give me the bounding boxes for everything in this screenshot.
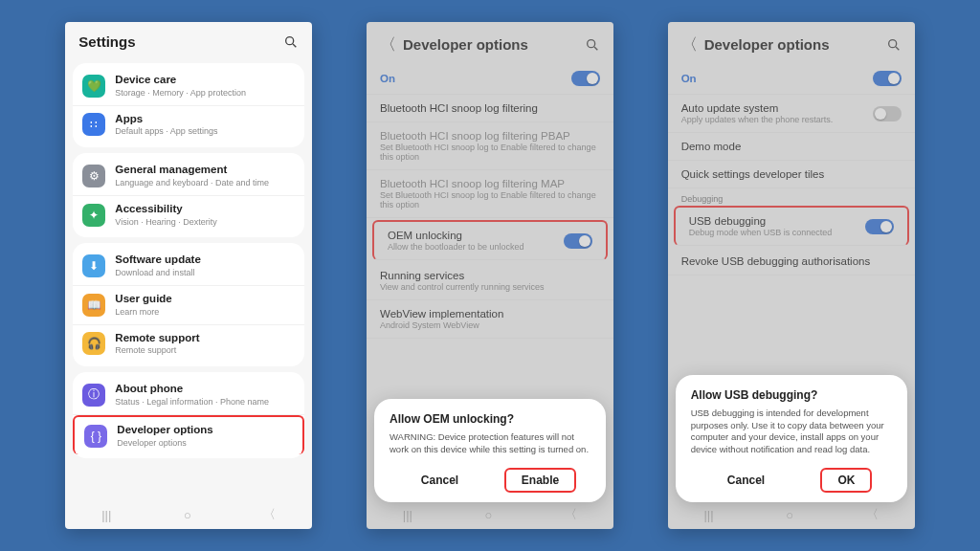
home-icon[interactable]: ○ [485, 508, 493, 522]
recents-icon[interactable]: ||| [703, 508, 713, 522]
developer-options-screen-usb: 〈 Developer options On Auto update syste… [668, 22, 915, 529]
row-title: WebView implementation [380, 308, 600, 320]
enable-button[interactable]: Enable [504, 468, 576, 493]
option-row-revoke-usb-debugging-authorisations[interactable]: Revoke USB debugging authorisations [668, 248, 915, 276]
settings-row-accessibility[interactable]: ✦AccessibilityVision · Hearing · Dexteri… [73, 196, 304, 234]
row-subtitle: Learn more [115, 307, 295, 318]
row-title: General management [115, 164, 295, 177]
back-icon[interactable]: 〈 [681, 33, 695, 55]
dialog-body: USB debugging is intended for developmen… [691, 408, 892, 456]
settings-row-apps[interactable]: ∷AppsDefault apps · App settings [73, 106, 304, 144]
row-title: Revoke USB debugging authorisations [681, 255, 902, 267]
row-icon: ⓘ [82, 384, 105, 407]
toggle[interactable] [865, 219, 894, 234]
option-row-bluetooth-hci-snoop-log-filtering-pbap[interactable]: Bluetooth HCI snoop log filtering PBAPSe… [367, 122, 613, 170]
cancel-button[interactable]: Cancel [404, 468, 476, 493]
row-icon: 🎧 [82, 332, 105, 355]
settings-list[interactable]: 💚Device careStorage · Memory · App prote… [65, 57, 312, 529]
row-title: Bluetooth HCI snoop log filtering MAP [380, 178, 600, 189]
master-toggle-row[interactable]: On [367, 63, 613, 95]
option-row-bluetooth-hci-snoop-log-filtering[interactable]: Bluetooth HCI snoop log filtering [367, 95, 613, 122]
option-row-quick-settings-developer-tiles[interactable]: Quick settings developer tiles [668, 161, 915, 188]
cancel-button[interactable]: Cancel [710, 468, 782, 493]
back-icon[interactable]: 〈 [866, 506, 879, 523]
row-subtitle: Storage · Memory · App protection [115, 88, 295, 99]
master-toggle[interactable] [873, 71, 902, 86]
row-title: Auto update system [681, 102, 865, 114]
settings-row-about-phone[interactable]: ⓘAbout phoneStatus · Legal information ·… [73, 376, 304, 415]
back-icon[interactable]: 〈 [263, 506, 276, 523]
on-label: On [681, 73, 865, 84]
row-subtitle: Android System WebView [380, 320, 600, 330]
row-title: Apps [115, 113, 295, 126]
settings-row-software-update[interactable]: ⬇Software updateDownload and install [73, 247, 304, 286]
page-title: Developer options [704, 36, 877, 53]
svg-point-4 [888, 39, 896, 47]
row-title: User guide [115, 293, 295, 306]
row-icon: ⬇ [82, 254, 105, 277]
settings-group: 💚Device careStorage · Memory · App prote… [73, 63, 304, 147]
option-row-oem-unlocking[interactable]: OEM unlockingAllow the bootloader to be … [372, 220, 608, 260]
recents-icon[interactable]: ||| [403, 508, 412, 522]
row-title: Device care [115, 74, 295, 87]
back-icon[interactable]: 〈 [565, 506, 577, 523]
ok-button[interactable]: OK [820, 468, 872, 493]
home-icon[interactable]: ○ [184, 508, 191, 522]
android-nav-bar[interactable]: ||| ○ 〈 [668, 500, 915, 529]
home-icon[interactable]: ○ [786, 508, 793, 522]
row-subtitle: Set Bluetooth HCI snoop log to Enable fi… [380, 143, 600, 162]
search-icon[interactable] [585, 37, 600, 53]
row-title: Software update [115, 253, 295, 267]
section-label-debugging: Debugging [668, 188, 915, 204]
master-toggle-row[interactable]: On [668, 63, 915, 95]
row-icon: ∷ [82, 113, 105, 136]
row-subtitle: View and control currently running servi… [380, 282, 600, 292]
row-title: USB debugging [689, 215, 858, 227]
settings-row-device-care[interactable]: 💚Device careStorage · Memory · App prote… [73, 67, 304, 106]
row-subtitle: Download and install [115, 268, 295, 278]
option-row-demo-mode[interactable]: Demo mode [668, 133, 915, 161]
android-nav-bar[interactable]: ||| ○ 〈 [367, 500, 613, 529]
header: Settings [65, 22, 312, 57]
usb-debug-dialog: Allow USB debugging? USB debugging is in… [676, 375, 907, 502]
settings-row-general-management[interactable]: ⚙General managementLanguage and keyboard… [73, 157, 304, 196]
header: 〈 Developer options [367, 22, 613, 63]
row-subtitle: Apply updates when the phone restarts. [681, 115, 865, 124]
row-subtitle: Developer options [117, 438, 293, 449]
option-row-bluetooth-hci-snoop-log-filtering-map[interactable]: Bluetooth HCI snoop log filtering MAPSet… [367, 170, 613, 218]
search-icon[interactable] [886, 37, 902, 53]
row-subtitle: Language and keyboard · Date and time [115, 178, 295, 188]
row-title: Demo mode [681, 141, 902, 152]
settings-row-remote-support[interactable]: 🎧Remote supportRemote support [73, 325, 304, 364]
back-icon[interactable]: 〈 [380, 33, 393, 55]
recents-icon[interactable]: ||| [101, 508, 111, 522]
row-subtitle: Set Bluetooth HCI snoop log to Enable fi… [380, 190, 600, 209]
toggle[interactable] [564, 233, 592, 249]
dialog-body: WARNING: Device protection features will… [390, 431, 590, 456]
row-title: Running services [380, 270, 600, 281]
option-row-auto-update-system[interactable]: Auto update systemApply updates when the… [668, 95, 915, 133]
toggle[interactable] [873, 106, 902, 121]
option-row-running-services[interactable]: Running servicesView and control current… [367, 262, 613, 300]
settings-screen: Settings 💚Device careStorage · Memory · … [65, 22, 312, 529]
settings-row-developer-options[interactable]: { }Developer optionsDeveloper options [73, 415, 304, 455]
master-toggle[interactable] [571, 71, 600, 86]
page-title: Settings [78, 33, 274, 50]
settings-row-user-guide[interactable]: 📖User guideLearn more [73, 286, 304, 325]
oem-unlock-dialog: Allow OEM unlocking? WARNING: Device pro… [374, 399, 606, 502]
row-icon: { } [84, 425, 107, 448]
option-row-usb-debugging[interactable]: USB debuggingDebug mode when USB is conn… [674, 206, 909, 246]
option-row-webview-implementation[interactable]: WebView implementationAndroid System Web… [367, 300, 613, 339]
row-title: Quick settings developer tiles [681, 168, 902, 180]
row-title: About phone [115, 383, 295, 396]
row-subtitle: Vision · Hearing · Dexterity [115, 217, 295, 228]
row-title: Bluetooth HCI snoop log filtering PBAP [380, 130, 600, 142]
settings-group: ⬇Software updateDownload and install📖Use… [73, 243, 304, 366]
search-icon[interactable] [283, 34, 299, 50]
dialog-title: Allow USB debugging? [691, 388, 892, 402]
android-nav-bar[interactable]: ||| ○ 〈 [65, 500, 312, 529]
row-subtitle: Remote support [115, 345, 295, 356]
svg-line-3 [594, 47, 597, 50]
row-subtitle: Status · Legal information · Phone name [115, 397, 295, 408]
row-subtitle: Debug mode when USB is connected [689, 228, 858, 237]
